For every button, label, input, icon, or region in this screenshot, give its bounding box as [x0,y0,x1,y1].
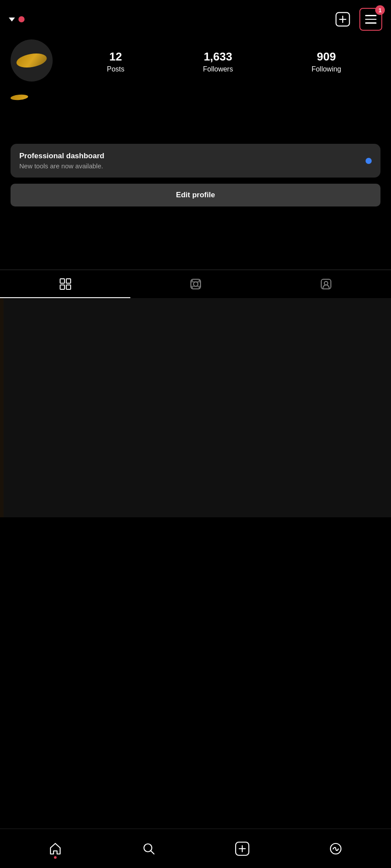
chevron-down-icon [9,18,15,21]
stats-row: 12 Posts 1,633 Followers 909 Following [68,50,380,73]
avatar-circle [11,39,53,82]
svg-rect-6 [66,285,71,289]
highlights-area [11,213,380,265]
dashboard-title: Professional dashboard [19,152,104,160]
bio-area [11,109,380,144]
tab-tagged[interactable] [261,270,391,298]
profile-section: 12 Posts 1,633 Followers 909 Following P… [0,35,391,265]
menu-button[interactable]: 1 [359,8,382,31]
posts-count: 12 [109,50,122,64]
home-notification-dot [54,856,57,859]
content-area [0,298,391,517]
new-post-button[interactable] [333,10,352,29]
hamburger-line-3 [365,22,377,24]
secondary-avatar-row [11,92,380,109]
nav-home[interactable] [39,837,72,861]
post-left-border [0,298,4,517]
followers-count: 1,633 [204,50,232,64]
secondary-avatar-shape [11,94,29,100]
following-stat[interactable]: 909 Following [312,50,341,73]
hamburger-line-2 [365,19,377,20]
reels-tab-icon [190,278,202,290]
svg-rect-5 [60,285,65,289]
username-dropdown[interactable] [9,16,25,22]
hamburger-line-1 [365,15,377,16]
svg-point-12 [198,287,200,288]
dashboard-blue-dot [366,158,372,164]
avatar[interactable] [11,39,54,83]
svg-point-16 [324,281,328,285]
tab-grid[interactable] [0,270,130,298]
activity-icon [328,841,343,856]
following-count: 909 [317,50,336,64]
posts-stat[interactable]: 12 Posts [107,50,124,73]
tagged-tab-icon [320,278,332,290]
nav-search[interactable] [133,837,165,861]
bottom-spacer [0,517,391,557]
bottom-nav [0,829,391,868]
dashboard-subtitle: New tools are now available. [19,162,104,170]
svg-line-18 [151,851,154,854]
header: 1 [0,0,391,35]
svg-point-11 [191,287,193,288]
avatar-image [15,51,48,70]
dashboard-text: Professional dashboard New tools are now… [19,152,104,170]
hamburger-icon [365,15,377,24]
notification-dot [18,16,25,22]
content-tabs [0,270,391,298]
followers-label: Followers [203,65,233,73]
nav-activity[interactable] [319,837,352,861]
search-icon [141,841,156,856]
svg-rect-4 [66,279,71,283]
grid-post-area [0,298,391,517]
svg-point-9 [191,280,193,281]
following-label: Following [312,65,341,73]
notification-badge: 1 [375,5,385,15]
nav-add[interactable] [226,837,258,861]
header-right: 1 [333,8,382,31]
home-icon [48,841,63,856]
grid-tab-icon [59,278,72,290]
add-icon [235,841,250,856]
posts-label: Posts [107,65,124,73]
svg-rect-3 [60,279,65,283]
followers-stat[interactable]: 1,633 Followers [203,50,233,73]
header-left [9,16,25,22]
edit-profile-button[interactable]: Edit profile [11,184,380,206]
svg-point-10 [198,280,200,281]
tab-reels[interactable] [130,270,261,298]
svg-point-8 [194,282,198,286]
profile-top-row: 12 Posts 1,633 Followers 909 Following [11,39,380,83]
dashboard-card[interactable]: Professional dashboard New tools are now… [11,144,380,178]
